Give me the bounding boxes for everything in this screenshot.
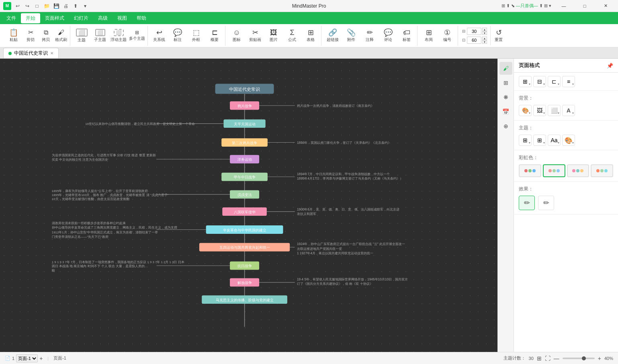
maximize-btn[interactable]: □: [575, 0, 594, 12]
bg-text-btn[interactable]: A: [562, 105, 575, 116]
rainbow-opt-4[interactable]: [591, 164, 613, 177]
toolbar: 📋 粘贴 ✂ 剪切 ⧉ 拷贝 🖌 格式刷 ⬜ 主题: [0, 24, 618, 47]
paste-btn[interactable]: 📋 粘贴: [5, 26, 23, 46]
bg-image-btn[interactable]: 🖼: [533, 105, 546, 116]
theme-font-btn[interactable]: Aa: [548, 135, 561, 146]
number-label: 编号: [443, 37, 451, 43]
table-btn[interactable]: ⊞ 表格: [302, 26, 319, 46]
size-up-2[interactable]: ▲: [482, 37, 487, 40]
summary-btn[interactable]: ⊏ 概要: [206, 26, 223, 46]
cut-btn[interactable]: ✂ 剪切: [23, 26, 38, 46]
export-btn[interactable]: ⬆: [72, 2, 80, 10]
size-input-2[interactable]: [467, 37, 481, 44]
menu-start[interactable]: 开始: [21, 13, 40, 23]
layout-icon-4[interactable]: ≡: [562, 76, 575, 87]
clip-btn[interactable]: ✂ 剪贴画: [246, 26, 264, 46]
svg-text:鸦片战争一次鸦片战争，清政府战败签订《南京条约》: 鸦片战争一次鸦片战争，清政府战败签订《南京条约》: [297, 104, 374, 108]
layout-icon-3[interactable]: ⊏: [548, 76, 561, 87]
ps-add-btn[interactable]: ⊕: [499, 120, 512, 133]
svg-text:鸦片战争: 鸦片战争: [237, 104, 252, 108]
svg-text:门旁皇帝清朝从正名——"先天下已"政府: 门旁皇帝清朝从正名——"先天下已"政府: [52, 235, 108, 239]
tag-btn[interactable]: 🏷 标签: [398, 26, 415, 46]
save-btn[interactable]: 💾: [52, 2, 60, 10]
effect-btn-1[interactable]: ✏: [519, 196, 535, 210]
bg-style-btn[interactable]: ⬜: [548, 105, 561, 116]
size-up-1[interactable]: ▲: [482, 28, 487, 31]
format-painter-label: 格式刷: [55, 37, 67, 43]
reset-btn[interactable]: ↺ 重置: [491, 26, 506, 46]
menu-help[interactable]: 帮助: [132, 13, 151, 23]
layout-icon-2[interactable]: ⊟: [533, 76, 546, 87]
formula-btn[interactable]: Σ 公式: [283, 26, 301, 46]
fullscreen-btn[interactable]: ⛶: [545, 355, 550, 362]
svg-text:1 9 1 9 3 7年 7月，日本制造了一场突然事件，我国: 1 9 1 9 3 7年 7月，日本制造了一场突然事件，我国各地的正当应议 1 …: [52, 260, 184, 264]
relation-btn[interactable]: ↩ 关系线: [150, 26, 168, 46]
menu-slideshow[interactable]: 幻灯片: [69, 13, 93, 23]
boundary-btn[interactable]: ⬚ 外框: [187, 26, 205, 46]
effect-btn-2[interactable]: ✏: [538, 196, 554, 210]
boundary-label: 外框: [192, 37, 200, 43]
topic-label: 主题: [78, 37, 86, 43]
icon-btn[interactable]: ☺ 图标: [228, 26, 246, 46]
app-logo: M: [3, 2, 11, 10]
theme-icon-2[interactable]: ⊞: [533, 135, 546, 146]
bg-color-btn[interactable]: 🎨: [519, 105, 532, 116]
size-down-2[interactable]: ▼: [482, 40, 487, 44]
tab-main[interactable]: 中国近代史常识 ✕: [3, 48, 59, 58]
rainbow-opt-1[interactable]: [519, 164, 541, 177]
format-painter-btn[interactable]: 🖌 格式刷: [54, 26, 68, 46]
note-btn[interactable]: ✏ 注释: [361, 26, 379, 46]
open-btn[interactable]: 📁: [43, 2, 51, 10]
svg-text:19世纪以来孙中山倡导推翻清朝，建立民主共和政府，是文明史上: 19世纪以来孙中山倡导推翻清朝，建立民主共和政府，是文明史上第一个革命: [85, 122, 195, 126]
menu-page-style[interactable]: 页面样式: [40, 13, 69, 23]
topic-btn[interactable]: ⬜ 主题: [73, 26, 90, 46]
image-btn[interactable]: 🖼 图片: [265, 26, 282, 46]
redo-btn[interactable]: ↪: [23, 2, 31, 10]
more-btn[interactable]: ▾: [81, 2, 89, 10]
size-input-1[interactable]: [467, 28, 481, 35]
ps-layout-btn[interactable]: ⊞: [499, 76, 512, 89]
menu-view[interactable]: 视图: [113, 13, 132, 23]
ps-calendar-btn[interactable]: 📅: [499, 105, 512, 118]
zoom-out-btn[interactable]: —: [554, 355, 559, 362]
layout-btn[interactable]: ⊞ 布局: [420, 26, 438, 46]
copy-btn[interactable]: ⧉ 拷贝: [39, 26, 53, 46]
hyperlink-btn[interactable]: 🔗 超链接: [324, 26, 342, 46]
size-down-1[interactable]: ▼: [482, 31, 487, 35]
fit-btn[interactable]: ⊞: [537, 355, 542, 362]
page-select[interactable]: 页面-1: [16, 354, 38, 362]
rainbow-opt-2[interactable]: [543, 164, 565, 177]
panel-pin-icon[interactable]: 📌: [607, 63, 613, 69]
zoom-slider[interactable]: [563, 358, 595, 359]
ps-theme-btn[interactable]: ❋: [499, 91, 512, 104]
callout-btn[interactable]: 💬 标注: [169, 26, 186, 46]
menu-advanced[interactable]: 高级: [93, 13, 113, 23]
theme-color-btn[interactable]: 🎨: [562, 135, 575, 146]
tab-close-btn[interactable]: ✕: [50, 51, 53, 55]
subtopic-btn[interactable]: ⬜ 子主题: [91, 26, 109, 46]
ps-style-btn[interactable]: 🖌: [499, 62, 512, 75]
layout-icon-1[interactable]: ⊞: [519, 76, 532, 87]
minimize-btn[interactable]: —: [555, 0, 573, 12]
tag-icon: 🏷: [403, 29, 410, 36]
zoom-thumb[interactable]: [582, 356, 586, 360]
menu-file[interactable]: 文件: [2, 13, 21, 23]
rainbow-opt-3[interactable]: [567, 164, 589, 177]
undo-btn[interactable]: ↩: [14, 2, 22, 10]
zoom-in-btn[interactable]: +: [598, 355, 601, 362]
close-btn[interactable]: ✕: [596, 0, 615, 12]
attachment-btn[interactable]: 📎 附件: [342, 26, 360, 46]
float-topic-btn[interactable]: ⬜ 浮动主题: [110, 26, 127, 46]
canvas[interactable]: 中国近代史常识 鸦片战争 鸦片战争一次鸦片战争，清政府战败签订《南京条约》 天平…: [0, 59, 497, 352]
multi-topic-btn[interactable]: ⊞ 多个主题: [128, 26, 146, 46]
new-btn[interactable]: □: [33, 2, 41, 10]
theme-icon-1[interactable]: ⊞: [519, 135, 532, 146]
theme-color-icon: 🎨: [565, 137, 573, 144]
account-info[interactable]: ⊞ ⬆ ⬊ —只兽偶— ⬆ ⊞ ▾: [501, 3, 551, 9]
comment-btn[interactable]: 💬 评论: [379, 26, 397, 46]
print-btn[interactable]: 🖨: [62, 2, 70, 10]
svg-text:殴: 殴: [52, 269, 55, 272]
number-btn[interactable]: ① 编号: [438, 26, 456, 46]
add-page-btn[interactable]: +: [39, 355, 43, 362]
background-section: 背景： 🎨 🖼 ⬜ A: [514, 91, 618, 121]
